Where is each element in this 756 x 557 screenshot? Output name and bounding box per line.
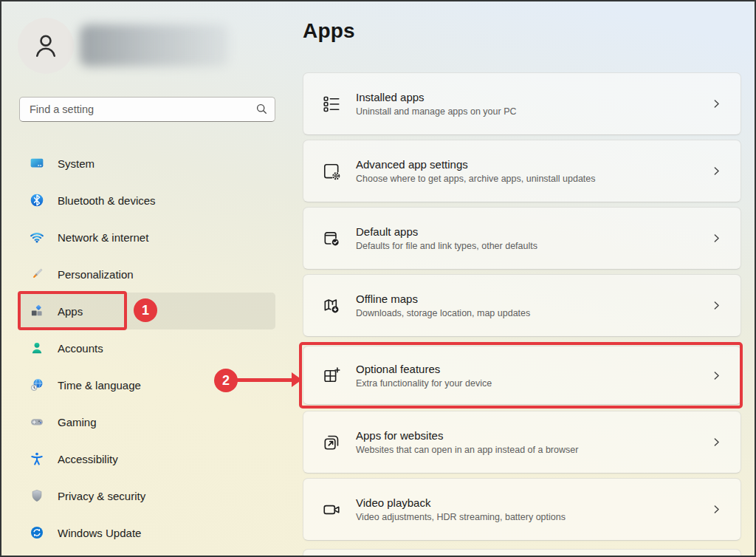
- time-language-icon: [30, 377, 44, 392]
- sidebar: System Bluetooth & devices Network & int…: [19, 145, 275, 551]
- offline-maps-icon: [322, 296, 341, 315]
- chevron-right-icon: [712, 99, 721, 109]
- installed-apps-icon: [322, 95, 341, 114]
- sidebar-item-windows-update[interactable]: Windows Update: [19, 514, 275, 551]
- sidebar-item-accessibility[interactable]: Accessibility: [19, 440, 275, 477]
- person-icon: [30, 30, 61, 61]
- system-icon: [30, 156, 44, 171]
- sidebar-item-label: Apps: [58, 305, 83, 318]
- settings-window: System Bluetooth & devices Network & int…: [0, 0, 756, 557]
- search-box: [19, 97, 275, 122]
- settings-card-apps-for-websites[interactable]: Apps for websitesWebsites that can open …: [303, 411, 741, 474]
- gaming-icon: [30, 414, 44, 429]
- sidebar-item-time-language[interactable]: Time & language: [19, 366, 275, 403]
- settings-card-list: Installed appsUninstall and manage apps …: [303, 72, 741, 557]
- sidebar-item-label: Time & language: [58, 379, 141, 392]
- settings-card-default-apps[interactable]: Default appsDefaults for file and link t…: [303, 207, 741, 270]
- card-subtitle: Downloads, storage location, map updates: [356, 308, 712, 318]
- sidebar-item-gaming[interactable]: Gaming: [19, 403, 275, 440]
- default-apps-icon: [322, 229, 341, 248]
- chevron-right-icon: [712, 301, 721, 310]
- sidebar-item-personalization[interactable]: Personalization: [19, 256, 275, 293]
- chevron-right-icon: [712, 233, 721, 243]
- settings-card-video-playback[interactable]: Video playbackVideo adjustments, HDR str…: [303, 478, 741, 541]
- page-title: Apps: [303, 19, 355, 43]
- network-icon: [30, 230, 44, 245]
- card-subtitle: Video adjustments, HDR streaming, batter…: [356, 512, 712, 522]
- sidebar-item-label: Bluetooth & devices: [58, 194, 156, 207]
- video-playback-icon: [322, 500, 341, 519]
- card-title: Advanced app settings: [356, 158, 712, 171]
- sidebar-item-network-internet[interactable]: Network & internet: [19, 219, 275, 256]
- advanced-app-settings-icon: [322, 162, 341, 181]
- settings-card-optional-features[interactable]: Optional featuresExtra functionality for…: [303, 346, 741, 405]
- accounts-icon: [30, 341, 44, 355]
- bluetooth-icon: [30, 193, 44, 208]
- chevron-right-icon: [712, 505, 721, 514]
- search-icon: [256, 103, 267, 117]
- card-subtitle: Defaults for file and link types, other …: [356, 241, 712, 251]
- chevron-right-icon: [712, 166, 721, 176]
- sidebar-item-privacy-security[interactable]: Privacy & security: [19, 477, 275, 514]
- sidebar-item-label: Gaming: [58, 416, 97, 428]
- settings-card-partial[interactable]: [303, 549, 741, 557]
- sidebar-item-apps[interactable]: Apps: [19, 293, 275, 329]
- card-subtitle: Uninstall and manage apps on your PC: [356, 106, 712, 117]
- card-title: Apps for websites: [356, 429, 712, 442]
- settings-card-installed-apps[interactable]: Installed appsUninstall and manage apps …: [303, 72, 741, 135]
- card-subtitle: Choose where to get apps, archive apps, …: [356, 174, 712, 184]
- card-title: Installed apps: [356, 91, 712, 103]
- sidebar-item-label: Accessibility: [58, 453, 118, 465]
- sidebar-item-label: Windows Update: [58, 527, 141, 539]
- apps-for-websites-icon: [322, 433, 341, 452]
- optional-features-icon: [322, 366, 341, 385]
- settings-card-offline-maps[interactable]: Offline mapsDownloads, storage location,…: [303, 274, 741, 337]
- chevron-right-icon: [712, 371, 721, 380]
- card-subtitle: Extra functionality for your device: [356, 378, 712, 389]
- chevron-right-icon: [712, 437, 721, 447]
- card-title: Optional features: [356, 363, 712, 375]
- sidebar-item-label: Privacy & security: [58, 490, 145, 502]
- sidebar-item-system[interactable]: System: [19, 145, 275, 182]
- user-name-blurred: [80, 24, 229, 66]
- sidebar-item-accounts[interactable]: Accounts: [19, 329, 275, 366]
- search-input[interactable]: [19, 97, 275, 122]
- sidebar-item-label: Accounts: [58, 342, 103, 355]
- sidebar-item-label: System: [58, 157, 94, 170]
- accessibility-icon: [30, 451, 44, 466]
- card-title: Video playback: [356, 496, 712, 509]
- privacy-security-icon: [30, 488, 44, 503]
- card-title: Default apps: [356, 225, 712, 238]
- personalization-icon: [30, 267, 44, 281]
- windows-update-icon: [30, 525, 44, 540]
- sidebar-item-bluetooth-devices[interactable]: Bluetooth & devices: [19, 182, 275, 219]
- apps-icon: [30, 304, 44, 318]
- annotation-arrow-head: [292, 372, 302, 387]
- card-subtitle: Websites that can open in an app instead…: [356, 445, 712, 455]
- settings-card-advanced-app-settings[interactable]: Advanced app settingsChoose where to get…: [303, 140, 741, 202]
- sidebar-item-label: Personalization: [58, 268, 134, 281]
- card-title: Offline maps: [356, 293, 712, 305]
- avatar[interactable]: [18, 18, 74, 74]
- sidebar-item-label: Network & internet: [58, 231, 148, 244]
